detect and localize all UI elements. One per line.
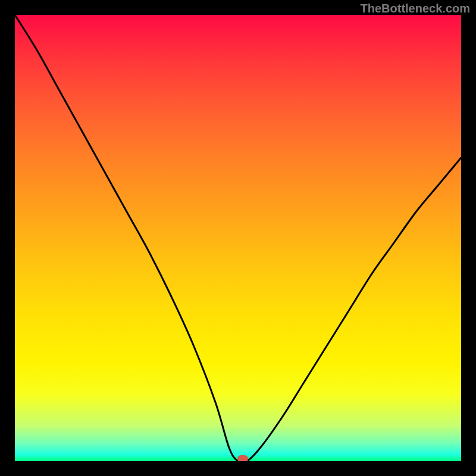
- chart-frame: TheBottleneck.com: [0, 0, 476, 476]
- curve-svg: [15, 15, 461, 461]
- curve-path: [15, 15, 461, 461]
- minimum-marker: [237, 455, 248, 461]
- plot-area: [15, 15, 461, 461]
- watermark-text: TheBottleneck.com: [361, 2, 470, 15]
